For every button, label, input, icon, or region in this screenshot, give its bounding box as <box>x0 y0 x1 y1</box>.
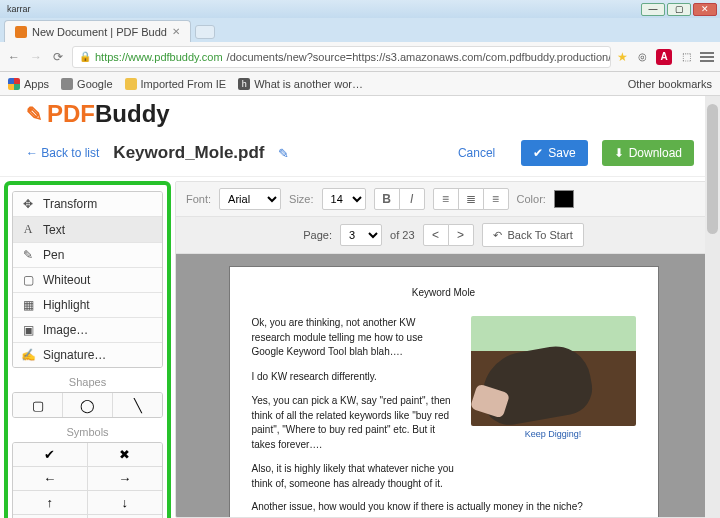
folder-icon <box>125 78 137 90</box>
save-label: Save <box>548 146 575 160</box>
italic-button[interactable]: I <box>399 188 425 210</box>
tool-pen[interactable]: ✎Pen <box>13 243 162 268</box>
pager-toolbar: Page: 3 of 23 < > ↶Back To Start <box>176 217 711 254</box>
save-icon: ✔ <box>533 146 543 160</box>
shape-rect[interactable]: ▢ <box>13 393 63 417</box>
tools-sidebar: ✥Transform AText ✎Pen ▢Whiteout ▦Highlig… <box>4 181 171 518</box>
tool-whiteout[interactable]: ▢Whiteout <box>13 268 162 293</box>
align-center-button[interactable]: ≣ <box>458 188 484 210</box>
save-button[interactable]: ✔Save <box>521 140 587 166</box>
bookmark-apps-label: Apps <box>24 78 49 90</box>
nav-back-icon[interactable]: ← <box>6 50 22 64</box>
tool-highlight[interactable]: ▦Highlight <box>13 293 162 318</box>
symbol-check[interactable]: ✔ <box>13 443 88 467</box>
doc-paragraph: Also, it is highly likely that whatever … <box>252 462 457 491</box>
size-label: Size: <box>289 193 313 205</box>
doc-text-column: Ok, you are thinking, not another KW res… <box>252 316 457 501</box>
bookmark-label: Google <box>77 78 112 90</box>
app-root: ✎ PDFBuddy ← Back to list Keyword_Mole.p… <box>0 96 720 518</box>
shapes-label: Shapes <box>12 376 163 388</box>
page-prev-button[interactable]: < <box>423 224 449 246</box>
page-scrollbar[interactable] <box>705 96 720 518</box>
tool-transform[interactable]: ✥Transform <box>13 192 162 217</box>
shape-circle[interactable]: ◯ <box>63 393 113 417</box>
document-viewport[interactable]: Keyword Mole Ok, you are thinking, not a… <box>176 254 711 517</box>
back-to-start-button[interactable]: ↶Back To Start <box>482 223 584 247</box>
symbol-cross[interactable]: ✖ <box>88 443 163 467</box>
image-caption: Keep Digging! <box>471 429 636 439</box>
symbol-arrow-down[interactable]: ↓ <box>88 491 163 515</box>
bookmark-google[interactable]: Google <box>61 78 112 90</box>
url-host: ://www.pdfbuddy.com <box>119 51 223 63</box>
bookmark-apps[interactable]: Apps <box>8 78 49 90</box>
doc-paragraph: Yes, you can pick a KW, say "red paint",… <box>252 394 457 452</box>
logo[interactable]: ✎ PDFBuddy <box>26 100 694 128</box>
page-select[interactable]: 3 <box>340 224 382 246</box>
color-swatch[interactable] <box>554 190 574 208</box>
adblock-icon[interactable]: A <box>656 49 672 65</box>
tool-label: Pen <box>43 248 64 262</box>
tab-title: New Document | PDF Budd <box>32 26 167 38</box>
tool-list: ✥Transform AText ✎Pen ▢Whiteout ▦Highlig… <box>12 191 163 368</box>
browser-tabstrip: New Document | PDF Budd ✕ <box>0 18 720 42</box>
browser-toolbar: ← → ⟳ 🔒 https://www.pdfbuddy.com/documen… <box>0 42 720 72</box>
url-path: /documents/new?source=https://s3.amazona… <box>227 51 611 63</box>
download-icon: ⬇ <box>614 146 624 160</box>
bookmarks-bar: Apps Google Imported From IE hWhat is an… <box>0 72 720 96</box>
extension-icon-1[interactable]: ◎ <box>634 49 650 65</box>
font-select[interactable]: Arial <box>219 188 281 210</box>
doc-paragraph: I do KW research differently. <box>252 370 457 385</box>
tool-label: Whiteout <box>43 273 90 287</box>
shape-line[interactable]: ╲ <box>113 393 162 417</box>
download-button[interactable]: ⬇Download <box>602 140 694 166</box>
rename-icon[interactable]: ✎ <box>278 146 289 161</box>
window-maximize-button[interactable]: ▢ <box>667 3 691 16</box>
bookmark-whatis[interactable]: hWhat is another wor… <box>238 78 363 90</box>
scrollbar-thumb[interactable] <box>707 104 718 234</box>
logo-pencil-icon: ✎ <box>26 102 43 126</box>
bookmark-label: Other bookmarks <box>628 78 712 90</box>
tool-image[interactable]: ▣Image… <box>13 318 162 343</box>
extension-icon-2[interactable]: ⬚ <box>678 49 694 65</box>
align-right-button[interactable]: ≡ <box>483 188 509 210</box>
style-group: B I <box>374 188 425 210</box>
align-left-button[interactable]: ≡ <box>433 188 459 210</box>
logo-pdf: PDF <box>47 100 95 127</box>
doc-image-column: Keep Digging! <box>471 316 636 501</box>
text-icon: A <box>21 222 35 237</box>
page-of-label: of 23 <box>390 229 414 241</box>
pen-icon: ✎ <box>21 248 35 262</box>
window-minimize-button[interactable]: — <box>641 3 665 16</box>
favicon-icon: h <box>238 78 250 90</box>
back-start-label: Back To Start <box>508 229 573 241</box>
bookmark-star-icon[interactable]: ★ <box>617 50 628 64</box>
doc-paragraph: Another issue, how would you know if the… <box>252 501 636 512</box>
browser-tab-active[interactable]: New Document | PDF Budd ✕ <box>4 20 191 42</box>
window-close-button[interactable]: ✕ <box>693 3 717 16</box>
whiteout-icon: ▢ <box>21 273 35 287</box>
page-next-button[interactable]: > <box>448 224 474 246</box>
tool-label: Image… <box>43 323 88 337</box>
tab-close-icon[interactable]: ✕ <box>172 26 180 37</box>
cancel-button[interactable]: Cancel <box>446 140 507 166</box>
bold-button[interactable]: B <box>374 188 400 210</box>
shapes-row: ▢ ◯ ╲ <box>12 392 163 418</box>
font-label: Font: <box>186 193 211 205</box>
apps-grid-icon <box>8 78 20 90</box>
address-bar[interactable]: 🔒 https://www.pdfbuddy.com/documents/new… <box>72 46 611 68</box>
tool-label: Text <box>43 223 65 237</box>
symbol-arrow-left[interactable]: ← <box>13 467 88 491</box>
symbol-arrow-up[interactable]: ↑ <box>13 491 88 515</box>
nav-forward-icon[interactable]: → <box>28 50 44 64</box>
nav-reload-icon[interactable]: ⟳ <box>50 50 66 64</box>
size-select[interactable]: 14 <box>322 188 366 210</box>
tool-signature[interactable]: ✍Signature… <box>13 343 162 367</box>
symbol-arrow-right[interactable]: → <box>88 467 163 491</box>
pdf-page[interactable]: Keyword Mole Ok, you are thinking, not a… <box>229 266 659 517</box>
back-to-list-link[interactable]: ← Back to list <box>26 146 99 160</box>
new-tab-button[interactable] <box>195 25 215 39</box>
chrome-menu-icon[interactable] <box>700 52 714 62</box>
tool-text[interactable]: AText <box>13 217 162 243</box>
bookmark-other[interactable]: Other bookmarks <box>624 78 712 90</box>
bookmark-imported[interactable]: Imported From IE <box>125 78 227 90</box>
